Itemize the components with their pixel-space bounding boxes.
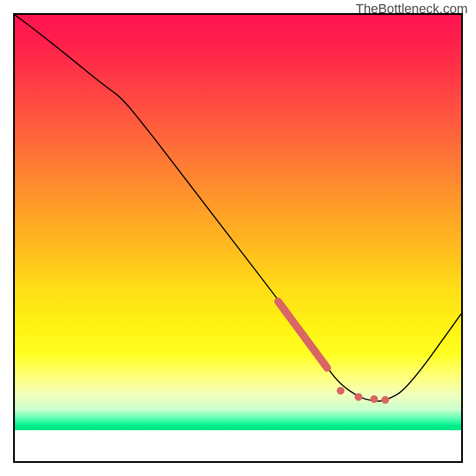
plot-frame (13, 13, 463, 463)
chart-container: TheBottleneck.com (0, 0, 476, 476)
watermark-text: TheBottleneck.com (356, 1, 468, 17)
bottleneck-curve (15, 15, 461, 401)
highlight-dot-2 (370, 395, 378, 403)
highlight-segment-marker (278, 302, 328, 368)
plot-svg (15, 15, 461, 461)
highlight-dot-1 (355, 393, 362, 401)
highlight-dot-3 (381, 396, 389, 404)
highlight-dot-0 (337, 387, 345, 394)
